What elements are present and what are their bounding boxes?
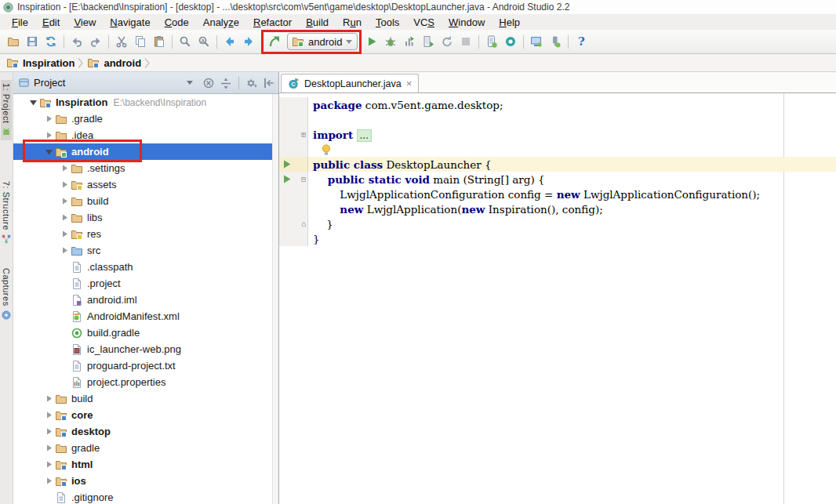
expand-collapsed-icon[interactable] (43, 477, 55, 485)
undo-button[interactable] (67, 32, 86, 51)
settings-gear-icon[interactable] (245, 77, 258, 89)
close-icon[interactable]: × (406, 78, 413, 89)
editor-gutter[interactable] (279, 157, 308, 172)
menu-run[interactable]: Run (336, 15, 369, 30)
fold-collapse-icon[interactable]: ⊟ (301, 175, 306, 183)
expand-collapsed-icon[interactable] (43, 411, 55, 419)
expand-collapsed-icon[interactable] (59, 197, 71, 205)
menu-refactor[interactable]: Refactor (246, 15, 299, 30)
menu-view[interactable]: View (67, 15, 103, 30)
expand-collapsed-icon[interactable] (43, 444, 55, 452)
editor-gutter[interactable] (279, 112, 308, 127)
expand-collapsed-icon[interactable] (43, 131, 55, 140)
code-editor[interactable]: package com.v5ent.game.desktop;⊞import .… (279, 93, 836, 504)
code-line[interactable] (279, 142, 836, 157)
code-line[interactable]: ⊟ public static void main (String[] arg)… (279, 172, 836, 187)
menu-file[interactable]: File (5, 15, 35, 30)
editor-gutter[interactable] (279, 142, 308, 157)
tree-item-inspiration[interactable]: InspirationE:\backend\Inspiration (13, 94, 278, 111)
back-button[interactable] (220, 32, 239, 51)
tool-window-button-structure[interactable]: 7: Structure (1, 178, 12, 248)
tree-item-dot-classpath[interactable]: .classpath (13, 259, 278, 275)
tree-item-androidmanifest-xml[interactable]: AndroidManifest.xml (13, 308, 278, 325)
tree-item-build[interactable]: build (13, 193, 278, 209)
forward-button[interactable] (239, 32, 258, 51)
editor-gutter[interactable]: ⌂ (279, 216, 308, 231)
tree-item-ic-launcher-web-png[interactable]: ic_launcher-web.png (13, 341, 278, 357)
debug-button[interactable] (381, 32, 400, 51)
sdk-manager-button[interactable] (527, 32, 546, 51)
code-line[interactable]: package com.v5ent.game.desktop; (279, 97, 836, 112)
restart-button[interactable] (438, 32, 456, 51)
tree-item-build-gradle[interactable]: build.gradle (13, 325, 278, 341)
expand-collapsed-icon[interactable] (43, 114, 55, 123)
tree-item-project-properties[interactable]: project.properties (13, 374, 278, 390)
menu-window[interactable]: Window (442, 15, 492, 30)
project-view-selector[interactable]: Project (18, 77, 202, 89)
expand-collapsed-icon[interactable] (43, 394, 55, 403)
open-button[interactable] (4, 32, 23, 51)
tree-item-assets[interactable]: assets (13, 176, 278, 193)
tree-item-src[interactable]: src (13, 242, 278, 259)
menu-edit[interactable]: Edit (35, 15, 67, 30)
help-button[interactable]: ? (572, 32, 591, 51)
tree-item-dot-settings[interactable]: .settings (13, 160, 278, 176)
editor-gutter[interactable]: ⊞ (279, 127, 308, 142)
expand-collapsed-icon[interactable] (59, 246, 71, 255)
expand-expanded-icon[interactable] (43, 147, 55, 156)
run-config-combo[interactable]: android (287, 33, 358, 50)
save-all-button[interactable] (23, 32, 42, 51)
tree-item-android-iml[interactable]: android.iml (13, 292, 278, 308)
tree-item-core[interactable]: core (13, 407, 278, 423)
breadcrumb-item-android[interactable]: android (87, 56, 141, 69)
find-button[interactable] (176, 32, 194, 51)
tree-scrollbar[interactable] (272, 94, 278, 504)
expand-expanded-icon[interactable] (27, 98, 39, 107)
code-line[interactable]: LwjglApplicationConfiguration config = n… (279, 187, 836, 201)
tab-desktoplauncher[interactable]: C DesktopLauncher.java × (281, 74, 419, 92)
run-with-coverage-button[interactable] (400, 32, 419, 51)
attach-debugger-button[interactable] (419, 32, 438, 51)
code-line[interactable] (279, 112, 836, 127)
tree-item-dot-gitignore[interactable]: .gitignore (13, 489, 278, 504)
menu-analyze[interactable]: Analyze (196, 15, 246, 30)
code-line[interactable]: public class DesktopLauncher { (279, 157, 836, 172)
run-marker-icon[interactable] (283, 175, 291, 183)
tree-item-desktop[interactable]: desktop (13, 423, 278, 440)
tree-item-dot-project[interactable]: .project (13, 275, 278, 292)
expand-collapsed-icon[interactable] (59, 230, 71, 238)
tool-window-button-project[interactable]: 1: Project (1, 80, 12, 140)
tree-item-android[interactable]: android (13, 143, 278, 160)
run-marker-icon[interactable] (283, 160, 291, 169)
menu-build[interactable]: Build (299, 15, 336, 30)
expand-collapsed-icon[interactable] (59, 180, 71, 189)
redo-button[interactable] (86, 32, 105, 51)
editor-gutter[interactable] (279, 201, 308, 216)
menu-navigate[interactable]: Navigate (103, 15, 157, 30)
tree-item-res[interactable]: res (13, 226, 278, 242)
code-line[interactable]: new LwjglApplication(new Inspiration(), … (279, 201, 836, 216)
gradle-refresh-button[interactable] (265, 32, 284, 51)
breadcrumb-item-inspiration[interactable]: Inspiration (6, 56, 75, 69)
expand-collapsed-icon[interactable] (43, 427, 55, 436)
replace-button[interactable]: a (194, 32, 213, 51)
menu-help[interactable]: Help (492, 15, 527, 30)
avd-manager-button[interactable] (482, 32, 501, 51)
gradle-sync-button[interactable] (501, 32, 520, 51)
run-button[interactable] (362, 32, 381, 51)
menu-code[interactable]: Code (158, 15, 196, 30)
copy-button[interactable] (131, 32, 150, 51)
tree-item-ios[interactable]: ios (13, 473, 278, 489)
code-line[interactable]: ⊞import ... (279, 127, 836, 142)
hide-panel-icon[interactable] (263, 77, 275, 89)
tree-item-dot-gradle[interactable]: .gradle (13, 111, 278, 127)
project-structure-button[interactable] (546, 32, 565, 51)
locate-icon[interactable] (202, 77, 215, 89)
menu-tools[interactable]: Tools (369, 15, 406, 30)
tree-item-libs[interactable]: libs (13, 209, 278, 226)
tool-window-button-captures[interactable]: Captures (1, 265, 12, 324)
collapse-all-icon[interactable] (220, 77, 232, 89)
tree-item-dot-idea[interactable]: .idea (13, 127, 278, 143)
tree-item-gradle[interactable]: gradle (13, 440, 278, 456)
expand-collapsed-icon[interactable] (59, 213, 71, 222)
